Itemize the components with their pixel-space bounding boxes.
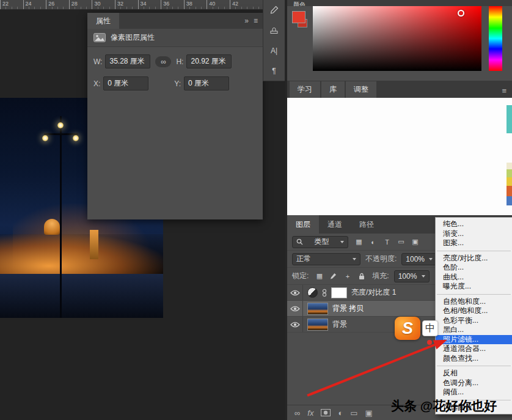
menu-item[interactable]: 曲线...	[436, 273, 512, 282]
new-group-icon[interactable]: ▭	[350, 408, 357, 418]
filter-smart-objects-icon[interactable]: ▣	[409, 236, 421, 248]
menu-item[interactable]: 曝光度...	[436, 282, 512, 292]
properties-panel: 属性 » ≡ 像素图层属性 W: 35.28 厘米 ∞ H: 20.92 厘米	[87, 13, 263, 219]
width-field[interactable]: 35.28 厘米	[105, 54, 150, 68]
new-layer-icon[interactable]: ▣	[365, 408, 373, 418]
h-label: H:	[176, 57, 183, 66]
layer-name: 背景	[332, 319, 347, 330]
x-label: X:	[93, 79, 100, 88]
layer-thumbnail[interactable]	[307, 319, 328, 331]
brush-settings-icon[interactable]	[263, 0, 285, 20]
lock-transparency-icon[interactable]: ▦	[313, 270, 325, 282]
paragraph-panel-icon[interactable]: ¶	[263, 61, 285, 81]
tab-paths[interactable]: 路径	[351, 215, 382, 234]
menu-item[interactable]: 反相	[436, 369, 512, 378]
ime-logo[interactable]: S	[395, 317, 420, 340]
menu-item[interactable]: 渐变...	[436, 229, 512, 239]
lock-label: 锁定:	[292, 271, 309, 281]
menu-item[interactable]: 色彩平衡...	[436, 316, 512, 326]
photo-lamp-globe	[57, 122, 64, 128]
y-label: Y:	[174, 79, 181, 88]
panel-content-empty	[287, 98, 512, 215]
tab-learn[interactable]: 学习	[290, 81, 320, 98]
menu-item[interactable]: 阈值...	[436, 388, 512, 397]
layer-mask-thumbnail[interactable]	[331, 287, 347, 298]
layer-thumbnail[interactable]	[307, 303, 328, 315]
menu-item[interactable]: 色相/饱和度...	[436, 306, 512, 316]
menu-item-photo-filter[interactable]: 照片滤镜...	[436, 335, 512, 345]
photo-lamp-arm	[44, 133, 78, 135]
x-field[interactable]: 0 厘米	[103, 76, 148, 90]
layer-effects-icon[interactable]: fx	[307, 408, 313, 418]
tab-channels[interactable]: 通道	[319, 215, 351, 234]
color-picker-handle[interactable]	[458, 10, 464, 17]
foreground-color-swatch[interactable]	[292, 11, 305, 23]
photo-tower	[90, 230, 98, 259]
character-panel-icon[interactable]: A|	[263, 40, 285, 61]
lock-position-icon[interactable]: +	[342, 270, 353, 282]
add-mask-icon[interactable]	[321, 409, 331, 416]
tab-adjustments[interactable]: 调整	[346, 81, 376, 98]
pixel-layer-icon	[93, 33, 106, 42]
kind-label: 类型	[315, 237, 329, 247]
visibility-toggle[interactable]	[287, 285, 303, 300]
properties-section-title: 像素图层属性	[111, 32, 155, 43]
collapsed-edge-panel[interactable]	[507, 163, 512, 205]
panel-menu-icon[interactable]: ≡	[254, 17, 258, 25]
lock-pixels-icon[interactable]	[327, 270, 339, 282]
menu-item[interactable]: 色调分离...	[436, 378, 512, 388]
fill-select[interactable]: 100%	[394, 270, 430, 282]
tab-layers[interactable]: 图层	[287, 215, 319, 234]
hue-slider[interactable]	[489, 6, 502, 71]
adjustment-layer-menu: 纯色... 渐变... 图案... 亮度/对比度... 色阶... 曲线... …	[435, 217, 512, 414]
height-field[interactable]: 20.92 厘米	[186, 54, 232, 68]
ime-dot	[427, 340, 432, 345]
saturation-brightness-field[interactable]	[313, 6, 481, 71]
blend-mode-select[interactable]: 正常	[292, 253, 360, 265]
menu-item[interactable]: 纯色...	[436, 219, 512, 229]
adjustment-layer-icon[interactable]	[307, 287, 318, 298]
fill-label: 填充:	[372, 271, 389, 281]
link-dimensions-toggle[interactable]: ∞	[155, 56, 171, 67]
collapse-panel-icon[interactable]: »	[244, 17, 249, 25]
menu-item[interactable]: 亮度/对比度...	[436, 254, 512, 263]
menu-item[interactable]: 色阶...	[436, 263, 512, 273]
menu-item[interactable]: 黑白...	[436, 325, 512, 335]
ruler-mark: 40	[207, 0, 230, 9]
link-layers-icon[interactable]: ∞	[294, 408, 300, 418]
visibility-toggle[interactable]	[287, 301, 303, 316]
ruler-mark: 28	[69, 0, 92, 9]
clone-source-icon[interactable]	[263, 20, 285, 40]
lock-all-icon[interactable]	[356, 270, 367, 282]
panel-tab-group: 学习 库 调整 ≡	[287, 81, 512, 98]
ruler-mark: 38	[184, 0, 207, 9]
w-label: W:	[93, 57, 102, 66]
filter-shape-layers-icon[interactable]: ▭	[395, 236, 407, 248]
photo-buildings	[0, 234, 163, 274]
ime-mode-indicator[interactable]: 中	[422, 320, 438, 336]
ruler-mark: 26	[46, 0, 69, 9]
y-field[interactable]: 0 厘米	[184, 76, 229, 90]
menu-item[interactable]: 自然饱和度...	[436, 297, 512, 307]
new-adjustment-layer-icon[interactable]: ◐	[338, 408, 343, 418]
filter-pixel-layers-icon[interactable]: ▦	[353, 236, 365, 248]
menu-item[interactable]: 图案...	[436, 238, 512, 248]
opacity-select[interactable]: 100%	[401, 253, 437, 265]
search-icon	[296, 238, 303, 245]
filter-adjustment-layers-icon[interactable]: ◐	[367, 236, 379, 248]
tab-properties[interactable]: 属性	[87, 13, 119, 29]
panel-menu-icon[interactable]: ≡	[502, 86, 512, 98]
layer-filter-kind-select[interactable]: 类型	[292, 236, 348, 248]
ime-badge[interactable]: S 中	[395, 317, 438, 340]
horizontal-ruler[interactable]: 22 24 26 28 30 32 34 36 38 40 42	[0, 0, 263, 10]
tab-color[interactable]: 颜色	[287, 0, 512, 6]
photo-lamp-pole	[60, 116, 62, 318]
watermark-text: 头条 @花好你也好	[391, 397, 497, 414]
layer-name: 亮度/对比度 1	[351, 287, 396, 298]
tab-libraries[interactable]: 库	[321, 81, 345, 98]
filter-type-layers-icon[interactable]: T	[381, 236, 393, 248]
menu-item[interactable]: 通道混合器...	[436, 344, 512, 354]
visibility-toggle[interactable]	[287, 317, 303, 332]
menu-item[interactable]: 颜色查找...	[436, 354, 512, 364]
collapsed-edge-panel[interactable]	[507, 105, 512, 133]
